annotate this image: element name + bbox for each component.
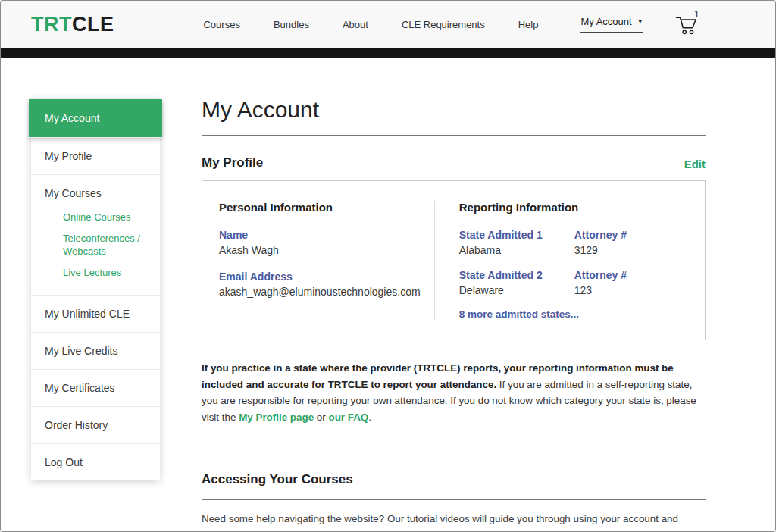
my-profile-page-link[interactable]: My Profile page [239,412,314,423]
edit-profile-link[interactable]: Edit [684,158,706,171]
attorney-number-1-value: 3129 [574,243,627,258]
state-admitted-1-value: Alabama [459,243,574,258]
sidebar-item-order-history[interactable]: Order History [31,407,160,444]
personal-information-column: Personal Information Name Akash Wagh Ema… [219,201,435,320]
profile-card: Personal Information Name Akash Wagh Ema… [202,180,706,340]
my-courses-sublist: Online Courses Teleconferences / Webcast… [45,207,146,283]
nav-help[interactable]: Help [518,19,539,30]
reporting-notice: If you practice in a state where the pro… [202,360,706,425]
sidebar-item-my-courses[interactable]: My Courses Online Courses Teleconference… [31,175,160,296]
state-admitted-1-group: State Admitted 1 Alabama [459,229,574,258]
logo-part-cle: CLE [72,13,114,36]
sidebar-item-my-live-credits[interactable]: My Live Credits [31,333,160,370]
sidebar-sublink-live-lectures[interactable]: Live Lectures [63,262,146,283]
state-admitted-2-value: Delaware [459,283,574,299]
sidebar-sublink-online-courses[interactable]: Online Courses [63,207,146,228]
nav-courses[interactable]: Courses [203,19,239,30]
sidebar-sublink-teleconferences-webcasts[interactable]: Teleconferences / Webcasts [63,228,146,262]
nav-bundles[interactable]: Bundles [274,19,309,30]
page: TRTCLE Courses Bundles About CLE Require… [0,0,776,532]
state-admitted-2-label: State Admitted 2 [459,269,574,281]
email-address-label: Email Address [219,271,421,283]
reporting-row-1: State Admitted 1 Alabama Attorney # 3129 [459,229,688,258]
main-panel: My Account My Profile Edit Personal Info… [202,58,706,532]
content-area: My Account My Profile My Courses Online … [1,58,775,532]
attorney-number-1-label: Attorney # [574,229,627,241]
nav-cle-requirements[interactable]: CLE Requirements [402,19,485,30]
sidebar-item-my-unlimited-cle[interactable]: My Unlimited CLE [31,296,160,333]
cart-button[interactable]: 1 [675,11,701,37]
attorney-number-2-value: 123 [574,283,627,299]
accessing-your-courses-heading: Accessing Your Courses [202,472,706,487]
state-admitted-1-label: State Admitted 1 [459,229,574,241]
name-value: Akash Wagh [219,243,421,258]
reporting-notice-text2: or [314,412,328,423]
top-divider-bar [1,48,775,58]
personal-information-heading: Personal Information [219,201,421,214]
chevron-down-icon: ▼ [637,18,643,25]
my-account-dropdown[interactable]: My Account ▼ [580,16,643,33]
reporting-information-heading: Reporting Information [459,201,688,214]
state-admitted-2-group: State Admitted 2 Delaware [459,269,574,299]
reporting-row-2: State Admitted 2 Delaware Attorney # 123 [459,269,688,299]
cart-count-badge: 1 [694,9,699,20]
attorney-number-2-label: Attorney # [574,269,627,281]
account-sidebar: My Account My Profile My Courses Online … [31,99,160,480]
logo-part-trt: TRT [31,13,72,36]
sidebar-item-my-courses-label: My Courses [45,187,102,199]
main-nav: Courses Bundles About CLE Requirements H… [203,19,538,30]
page-title: My Account [202,97,706,123]
nav-about[interactable]: About [343,19,368,30]
trtcle-logo[interactable]: TRTCLE [31,13,114,36]
more-admitted-states-link[interactable]: 8 more admitted states... [459,308,688,320]
my-profile-section-header: My Profile Edit [202,155,706,171]
email-address-value: akash_wagh@eluminoustechnologies.com [219,285,421,300]
sidebar-item-log-out[interactable]: Log Out [31,444,160,480]
accessing-courses-divider [202,499,706,500]
name-label: Name [219,229,421,241]
attorney-number-2-group: Attorney # 123 [574,269,627,299]
sidebar-item-my-profile[interactable]: My Profile [31,138,160,175]
my-profile-heading: My Profile [202,155,263,171]
reporting-information-column: Reporting Information State Admitted 1 A… [435,201,688,320]
title-divider [202,135,706,136]
sidebar-item-my-certificates[interactable]: My Certificates [31,370,160,407]
our-faq-link[interactable]: our FAQ [328,412,368,423]
reporting-notice-text3: . [368,412,371,423]
top-navbar: TRTCLE Courses Bundles About CLE Require… [1,1,775,48]
sidebar-item-my-account[interactable]: My Account [29,99,162,138]
accessing-courses-text: Need some help navigating the website? O… [202,511,687,532]
my-account-dropdown-label: My Account [580,16,631,27]
accessing-your-courses-section: Accessing Your Courses Need some help na… [202,472,706,532]
attorney-number-1-group: Attorney # 3129 [574,229,627,258]
